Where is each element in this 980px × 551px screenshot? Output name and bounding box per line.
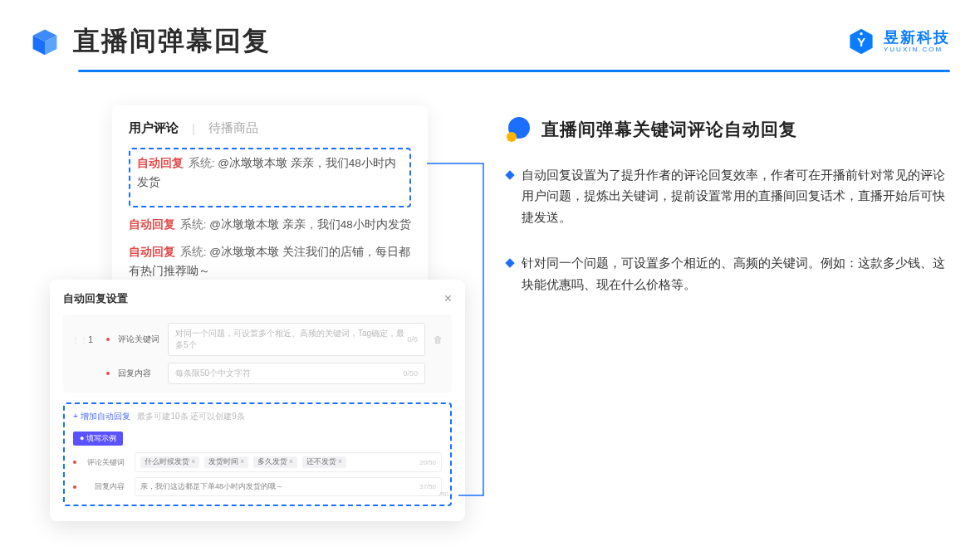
required-dot-icon: [73, 485, 76, 489]
required-dot-icon: [73, 461, 76, 464]
tag[interactable]: 什么时候发货: [140, 456, 199, 468]
bullet-item: 针对同一个问题，可设置多个相近的、高频的关键词。例如：这款多少钱、这块能优惠吗、…: [507, 253, 950, 295]
comment-item: 自动回复 系统: @冰墩墩本墩 亲亲，我们48小时内发货: [137, 154, 403, 193]
tag[interactable]: 发货时间: [204, 456, 248, 468]
comment-item: 自动回复 系统: @冰墩墩本墩 关注我们的店铺，每日都有热门推荐呦～: [129, 243, 411, 281]
svg-text:Y: Y: [857, 35, 865, 49]
diamond-icon: [505, 170, 514, 179]
logo-en: YUUXIN.COM: [884, 46, 950, 53]
content-label: 回复内容: [118, 368, 161, 379]
close-icon[interactable]: ×: [444, 291, 452, 306]
add-auto-reply-link[interactable]: + 增加自动回复: [73, 412, 130, 421]
page-title: 直播间弹幕回复: [73, 23, 271, 60]
ex-keyword-label: 评论关键词: [85, 457, 128, 468]
tab-pending-products[interactable]: 待播商品: [208, 120, 258, 136]
ex-content-input[interactable]: 亲，我们这边都是下单48小时内发货的哦～ 37/50: [135, 477, 442, 496]
logo-cn: 昱新科技: [884, 30, 950, 45]
ex-keyword-input[interactable]: 什么时候发货 发货时间 多久发货 还不发货 20/50: [135, 452, 442, 472]
comment-item: 自动回复 系统: @冰墩墩本墩 亲亲，我们48小时内发货: [129, 216, 411, 235]
add-hint: 最多可建10条 还可以创建9条: [137, 412, 244, 421]
row-number: 1: [88, 334, 100, 344]
tab-user-comments[interactable]: 用户评论: [129, 120, 179, 136]
svg-point-5: [860, 32, 862, 35]
tab-separator: |: [192, 121, 195, 135]
highlighted-comment: 自动回复 系统: @冰墩墩本墩 亲亲，我们48小时内发货: [129, 148, 411, 207]
content-input[interactable]: 每条限50个中文字符 0/50: [168, 363, 425, 384]
drag-handle-icon[interactable]: ⋮⋮: [71, 335, 81, 344]
settings-title: 自动回复设置: [63, 291, 128, 306]
section-title: 直播间弹幕关键词评论自动回复: [541, 118, 797, 141]
bullet-item: 自动回复设置为了提升作者的评论回复效率，作者可在开播前针对常见的评论用户问题，提…: [507, 165, 950, 228]
stray-counter: /50: [439, 490, 448, 498]
delete-icon[interactable]: 🗑: [432, 334, 443, 344]
comments-panel: 用户评论 | 待播商品 自动回复 系统: @冰墩墩本墩 亲亲，我们48小时内发货…: [112, 105, 428, 308]
required-dot-icon: [106, 338, 110, 341]
bubble-icon: [507, 117, 532, 142]
tag[interactable]: 多久发货: [253, 456, 297, 468]
diamond-icon: [505, 258, 514, 267]
ex-content-label: 回复内容: [85, 481, 128, 492]
example-block: + 增加自动回复 最多可建10条 还可以创建9条 ● 填写示例 评论关键词 什么…: [63, 402, 452, 506]
brand-logo: Y 昱新科技 YUUXIN.COM: [847, 27, 950, 56]
logo-hex-icon: Y: [847, 27, 875, 56]
keyword-label: 评论关键词: [118, 334, 161, 345]
tag[interactable]: 还不发货: [302, 456, 346, 468]
keyword-input[interactable]: 对同一个问题，可设置多个相近、高频的关键词，Tag确定，最多5个 0/6: [168, 323, 425, 356]
cube-icon: [30, 27, 60, 56]
required-dot-icon: [106, 372, 110, 375]
example-pill: ● 填写示例: [73, 432, 123, 446]
auto-reply-settings-panel: 自动回复设置 × ⋮⋮ 1 评论关键词 对同一个问题，可设置多个相近、高频的关键…: [50, 280, 465, 521]
